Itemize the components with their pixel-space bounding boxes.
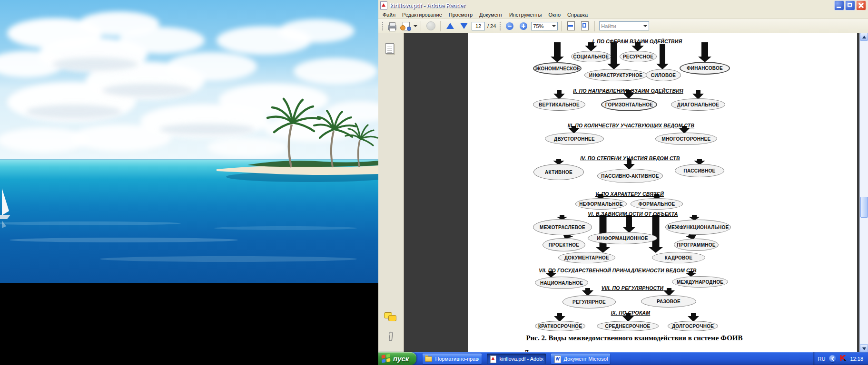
printer-icon <box>388 25 396 30</box>
diagram-node: КРАТКОСРОЧНОЕ <box>535 321 585 331</box>
email-button[interactable] <box>400 20 412 32</box>
previous-page-button[interactable] <box>444 20 456 32</box>
fit-width-icon <box>567 21 575 30</box>
diagram-node: ФИНАНСОВОЕ <box>680 62 730 75</box>
pdf-document-icon <box>380 1 387 10</box>
diagram-section-title: VI. В ЗАВИСИМ ОСТИ ОТ ОБЪЕКТА <box>588 211 678 217</box>
web-capture-button <box>424 20 437 32</box>
start-button[interactable]: пуск <box>378 352 416 365</box>
pages-icon[interactable] <box>385 43 394 54</box>
zoom-out-button[interactable] <box>503 20 516 32</box>
diagram-arrow <box>649 215 663 253</box>
diagram-node: КАДРОВОЕ <box>652 252 705 263</box>
minimize-button[interactable] <box>834 0 844 10</box>
word-icon <box>553 355 561 362</box>
diagram-arrow <box>553 90 565 99</box>
menu-help[interactable]: Справка <box>564 11 591 18</box>
print-button[interactable] <box>386 20 398 32</box>
comments-icon[interactable] <box>384 311 398 322</box>
fit-width-button[interactable] <box>565 20 577 32</box>
diagram-node: ИНФОРМАЦИОННОЕ <box>588 232 657 244</box>
diagram-node: ГОРИЗОНТАЛЬНОЕ <box>601 98 657 111</box>
globe-icon <box>426 21 435 30</box>
diagram-node: МЕЖФУНКЦИОНАЛЬНОЕ <box>665 220 731 235</box>
diagram-node: ПРОГРАММНОЕ <box>674 239 719 251</box>
zoom-out-icon <box>506 22 513 30</box>
diagram-node: РЕСУРСНОЕ <box>620 51 657 62</box>
fit-page-button[interactable] <box>579 20 591 32</box>
menu-tools[interactable]: Инструменты <box>506 11 545 18</box>
find-dropdown-caret[interactable] <box>643 25 647 27</box>
email-dropdown-caret[interactable] <box>414 25 417 27</box>
next-page-button[interactable] <box>458 20 470 32</box>
diagram-node: СИЛОВОЕ <box>646 69 681 81</box>
diagram-node: ДВУСТОРОННЕЕ <box>545 133 604 145</box>
kaspersky-icon[interactable] <box>840 355 846 363</box>
diagram-node: РАЗОВОЕ <box>641 295 696 307</box>
menu-bar: ФайлРедактированиеПросмотрДокументИнстру… <box>378 11 868 19</box>
language-indicator[interactable]: RU <box>818 356 826 362</box>
up-arrow-icon <box>446 23 454 29</box>
close-button[interactable] <box>856 0 866 10</box>
scroll-up-button[interactable] <box>860 33 868 41</box>
fit-page-icon <box>581 21 589 30</box>
diagram-node: ВЕРТИКАЛЬНОЕ <box>533 98 585 111</box>
hide-icons-chevron[interactable] <box>829 355 836 362</box>
menu-window[interactable]: Окно <box>545 11 564 18</box>
pdf-icon <box>489 355 497 362</box>
diagram-node: ФОРМАЛЬНОЕ <box>631 198 683 210</box>
taskbar-button[interactable]: Документ Microsoft ... <box>551 354 610 364</box>
window-title: kirillova.pdf - Adobe Reader <box>390 2 465 9</box>
desktop-wallpaper <box>0 0 378 283</box>
diagram-section-title: IX. ПО СРОКАМ <box>611 310 651 316</box>
diagram-node: ДОЛГОСРОЧНОЕ <box>668 321 718 331</box>
zoom-in-button[interactable] <box>517 20 530 32</box>
taskbar-button[interactable]: Нормативно-правов... <box>423 354 482 364</box>
taskbar: пуск Нормативно-правов...kirillova.pdf -… <box>378 352 868 365</box>
diagram-arrow <box>692 90 704 99</box>
diagram-node: СРЕДНЕСРОЧНОЕ <box>597 321 659 331</box>
taskbar-button-label: Документ Microsoft ... <box>563 356 608 362</box>
diagram-node: ИНФРАСТРУКТУРНОЕ <box>584 69 647 81</box>
diagram-node: НАЦИОНАЛЬНОЕ <box>535 277 588 289</box>
scrollbar-thumb[interactable] <box>860 197 868 218</box>
diagram-node: РЕГУЛЯРНОЕ <box>562 295 616 308</box>
adobe-reader-window: kirillova.pdf - Adobe Reader ФайлРедакти… <box>378 0 868 352</box>
document-area: Рис. 2. Виды межведомственного взаимодей… <box>378 33 868 352</box>
title-bar: kirillova.pdf - Adobe Reader <box>378 0 868 11</box>
restore-button[interactable] <box>845 0 855 10</box>
toolbar-grip <box>499 21 501 31</box>
down-arrow-icon <box>460 23 468 29</box>
menu-document[interactable]: Документ <box>476 11 506 18</box>
zoom-dropdown-caret <box>552 25 556 27</box>
zoom-level-select[interactable]: 75% <box>531 22 558 30</box>
diagram-node: ПАССИВНОЕ <box>675 164 724 177</box>
clock[interactable]: 12:18 <box>850 356 863 362</box>
diagram-node: ПАССИВНО-АКТИВНОЕ <box>597 169 663 183</box>
diagram-node: МНОГОСТОРОННЕЕ <box>655 133 717 145</box>
find-input[interactable] <box>600 22 643 29</box>
clipped-text-line: Д <box>524 349 529 352</box>
system-tray: RU 12:18 <box>813 352 868 365</box>
scroll-down-button[interactable] <box>860 344 868 352</box>
beach-scene <box>0 0 378 283</box>
folder-icon <box>425 355 433 362</box>
taskbar-button[interactable]: kirillova.pdf - Adobe ... <box>487 354 546 364</box>
vertical-scrollbar[interactable] <box>859 33 868 352</box>
windows-flag-icon <box>382 354 391 363</box>
diagram-section-title: I. ПО СФЕРАМ ВЗАИМ ОДЕЙСТВИЯ <box>592 38 682 44</box>
page-number-input[interactable] <box>472 22 485 30</box>
menu-view[interactable]: Просмотр <box>445 11 476 18</box>
toolbar-grip <box>382 21 384 31</box>
menu-file[interactable]: Файл <box>379 11 399 18</box>
menu-edit[interactable]: Редактирование <box>399 11 445 18</box>
diagram-section-title: II. ПО НАПРАВЛЕНИЮ ВЗАИМ ОДЕЙСТВИЯ <box>573 88 683 94</box>
diagram-node: СОЦИАЛЬНОЕ <box>571 51 611 62</box>
diagram-section-title: VIII. ПО РЕГУЛЯРНОСТИ <box>602 285 664 291</box>
figure-caption: Рис. 2. Виды межведомственного взаимодей… <box>523 334 746 342</box>
toolbar: / 24 75% <box>378 19 868 33</box>
attachments-icon[interactable] <box>386 330 395 345</box>
page-total-label: / 24 <box>487 23 496 29</box>
diagram-arrow <box>623 215 635 233</box>
navigation-panel <box>378 33 404 352</box>
